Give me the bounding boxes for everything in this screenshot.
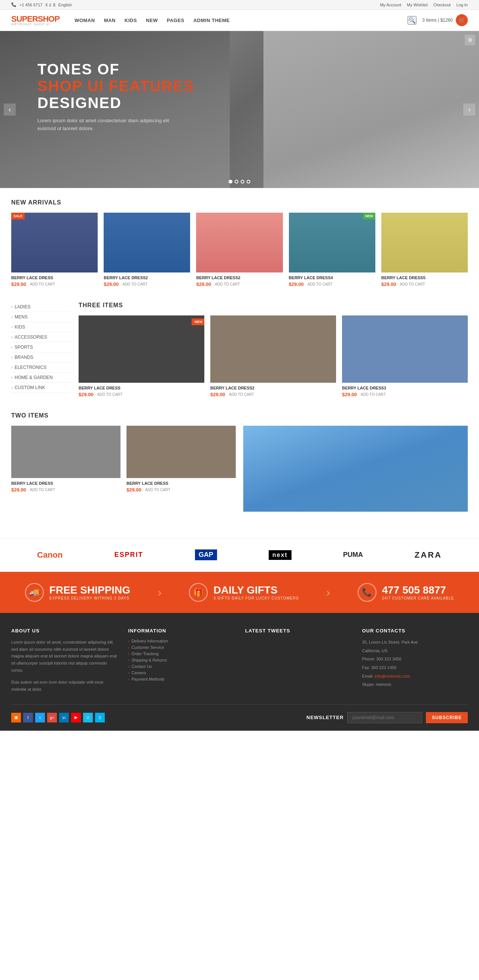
product-image-1: SALE xyxy=(11,213,98,272)
add-to-cart-button[interactable]: ADD TO CART xyxy=(145,488,170,492)
footer-about-text: Lorem ipsum dolor sit amet, consectetuer… xyxy=(11,639,117,673)
brand-canon[interactable]: Canon xyxy=(37,550,62,560)
product-card: SALE BERRY LACE DRESS $29.00 ADD TO CART xyxy=(11,213,98,287)
add-to-cart-button[interactable]: ADD TO CART xyxy=(229,393,254,396)
vimeo-icon[interactable]: V xyxy=(83,713,93,722)
contact-skype: Skype: metronic xyxy=(362,681,468,688)
add-to-cart-button[interactable]: ADD TO CART xyxy=(97,393,122,396)
list-item: LADIES xyxy=(11,302,71,312)
sidebar-navigation: LADIES MENS KIDS ACCESSORIES SPORTS BRAN… xyxy=(11,302,71,397)
footer-delivery-link[interactable]: Delivery Information xyxy=(128,639,234,643)
currency-switcher[interactable]: € £ $ xyxy=(45,3,55,7)
sidebar-item-accessories[interactable]: ACCESSORIES xyxy=(11,334,71,340)
skype-icon[interactable]: S xyxy=(95,713,105,722)
sidebar-nav-list: LADIES MENS KIDS ACCESSORIES SPORTS BRAN… xyxy=(11,302,71,393)
my-wishlist-link[interactable]: My Wishlist xyxy=(407,3,428,7)
list-item: Delivery Information xyxy=(128,639,234,643)
brand-next[interactable]: next xyxy=(269,550,292,560)
sidebar-item-electronics[interactable]: ELECTRONICS xyxy=(11,365,71,370)
sidebar-item-home-garden[interactable]: HOME & GARDEN xyxy=(11,375,71,380)
sidebar-item-mens[interactable]: MENS xyxy=(11,314,71,320)
sidebar-item-ladies[interactable]: LADIES xyxy=(11,304,71,309)
nav-new[interactable]: NEW xyxy=(146,18,158,23)
product-price: $29.00 xyxy=(11,487,26,493)
add-to-cart-button[interactable]: ADD TO CART xyxy=(30,282,55,286)
contact-fax: Fax: 300 323 1456 xyxy=(362,664,468,671)
my-account-link[interactable]: My Account xyxy=(380,3,401,7)
two-items-title: TWO ITEMS xyxy=(11,412,468,419)
sidebar-item-brands[interactable]: BRANDS xyxy=(11,355,71,360)
language-selector[interactable]: English xyxy=(58,3,72,7)
nav-woman[interactable]: WOMAN xyxy=(75,18,95,23)
twitter-icon[interactable]: t xyxy=(35,713,45,722)
promo-gifts: 🎁 DAILY GIFTS 3 GIFTS DAILY FOR LUCKY CU… xyxy=(189,583,299,602)
linkedin-icon[interactable]: in xyxy=(59,713,69,722)
hero-prev-button[interactable]: ‹ xyxy=(4,103,16,116)
footer-careers-link[interactable]: Careers xyxy=(128,671,234,675)
footer-payment-methods-link[interactable]: Payment Methods xyxy=(128,677,234,681)
add-to-cart-button[interactable]: ADD TO CART xyxy=(307,282,332,286)
footer-shipping-returns-link[interactable]: Shipping & Returns xyxy=(128,658,234,662)
brand-esprit[interactable]: ESPRIT xyxy=(115,551,143,559)
product-card: BERRY LACE DRESS2 $29.00 ADD TO CART xyxy=(196,213,283,287)
nav-kids[interactable]: KIDS xyxy=(125,18,137,23)
nav-man[interactable]: MAN xyxy=(104,18,116,23)
three-items-content: THREE ITEMS NEW BERRY LACE DRESS $29.00 … xyxy=(78,302,468,397)
brands-section: Canon ESPRIT GAP next PUMA ZARA xyxy=(0,538,479,572)
currency-eur[interactable]: € xyxy=(45,3,48,7)
nav-pages[interactable]: PAGES xyxy=(167,18,185,23)
brand-gap[interactable]: GAP xyxy=(195,549,217,560)
footer-order-tracking-link[interactable]: Order Tracking xyxy=(128,651,234,656)
three-items-section: LADIES MENS KIDS ACCESSORIES SPORTS BRAN… xyxy=(11,302,468,397)
contact-email-link[interactable]: info@metronic.com xyxy=(375,674,410,678)
promo-arrow-1: › xyxy=(158,586,162,599)
product-image-3 xyxy=(196,213,283,272)
add-to-cart-button[interactable]: ADD TO CART xyxy=(30,488,55,492)
hero-title-1: TONES OF xyxy=(37,61,194,78)
google-plus-icon[interactable]: g+ xyxy=(47,713,57,722)
sidebar-item-custom-link[interactable]: CUSTOM LINK xyxy=(11,385,71,390)
settings-button[interactable]: ⚙ xyxy=(465,35,475,45)
product-price-row: $29.00 ADD TO CART xyxy=(78,392,204,397)
add-to-cart-button[interactable]: ADD TO CART xyxy=(122,282,147,286)
footer-grid: ABOUT US Lorem ipsum dolor sit amet, con… xyxy=(11,628,468,693)
promo-gifts-text: DAILY GIFTS 3 GIFTS DAILY FOR LUCKY CUST… xyxy=(213,585,299,600)
rss-icon[interactable]: ▣ xyxy=(11,713,21,722)
add-to-cart-button[interactable]: ADD TO CART xyxy=(361,393,386,396)
main-navigation: WOMAN MAN KIDS NEW PAGES ADMIN THEME xyxy=(75,18,407,23)
cart-button[interactable]: 🛒 xyxy=(456,14,468,26)
newsletter-subscribe-button[interactable]: SUBSCRIBE xyxy=(426,712,468,723)
currency-gbp[interactable]: £ xyxy=(49,3,52,7)
youtube-icon[interactable]: ▶ xyxy=(71,713,81,722)
checkout-link[interactable]: Checkout xyxy=(433,3,450,7)
hero-next-button[interactable]: › xyxy=(463,103,475,116)
facebook-icon[interactable]: f xyxy=(23,713,33,722)
currency-usd[interactable]: $ xyxy=(53,3,55,7)
logo[interactable]: SUPERSHOP METRONIC SHOP UI xyxy=(11,14,59,26)
top-bar-left: 📞 +1 456 6717 € £ $ English xyxy=(11,2,72,7)
hero-title-3: DESIGNED xyxy=(37,95,194,111)
brand-puma[interactable]: PUMA xyxy=(343,551,363,559)
product-name: BERRY LACE DRESS2 xyxy=(196,275,283,280)
hero-dot-1[interactable] xyxy=(228,180,232,183)
product-price-row: $29.00 ADD TO CART xyxy=(289,282,375,287)
product-name: BERRY LACE DRESS5 xyxy=(381,275,468,280)
hero-dot-3[interactable] xyxy=(241,180,244,183)
sidebar-item-kids[interactable]: KIDS xyxy=(11,325,71,330)
login-link[interactable]: Log In xyxy=(456,3,468,7)
sidebar-item-sports[interactable]: SPORTS xyxy=(11,345,71,350)
search-button[interactable]: 🔍 xyxy=(407,16,417,25)
hero-dot-2[interactable] xyxy=(235,180,238,183)
footer-contact-us-link[interactable]: Contact Us xyxy=(128,664,234,669)
add-to-cart-button[interactable]: ADD TO CART xyxy=(400,282,425,286)
brand-zara[interactable]: ZARA xyxy=(415,550,442,560)
product-card: BERRY LACE DRESS2 $29.00 ADD TO CART xyxy=(104,213,190,287)
add-to-cart-button[interactable]: ADD TO CART xyxy=(215,282,240,286)
footer-customer-service-link[interactable]: Customer Service xyxy=(128,645,234,650)
hero-dot-4[interactable] xyxy=(247,180,251,183)
newsletter-email-input[interactable] xyxy=(347,712,422,723)
contact-phone: Phone: 300 323 3456 xyxy=(362,655,468,663)
new-badge: NEW xyxy=(363,213,375,220)
nav-admin-theme[interactable]: ADMIN THEME xyxy=(193,18,230,23)
product-price: $29.00 xyxy=(104,282,119,287)
